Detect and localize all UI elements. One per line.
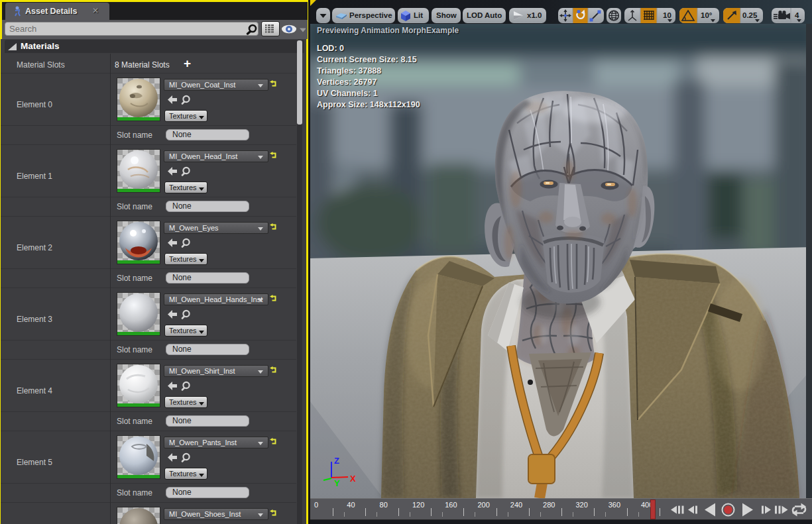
svg-text:Y: Y	[334, 478, 340, 488]
svg-text:X: X	[350, 474, 356, 484]
svg-text:Z: Z	[334, 456, 339, 466]
